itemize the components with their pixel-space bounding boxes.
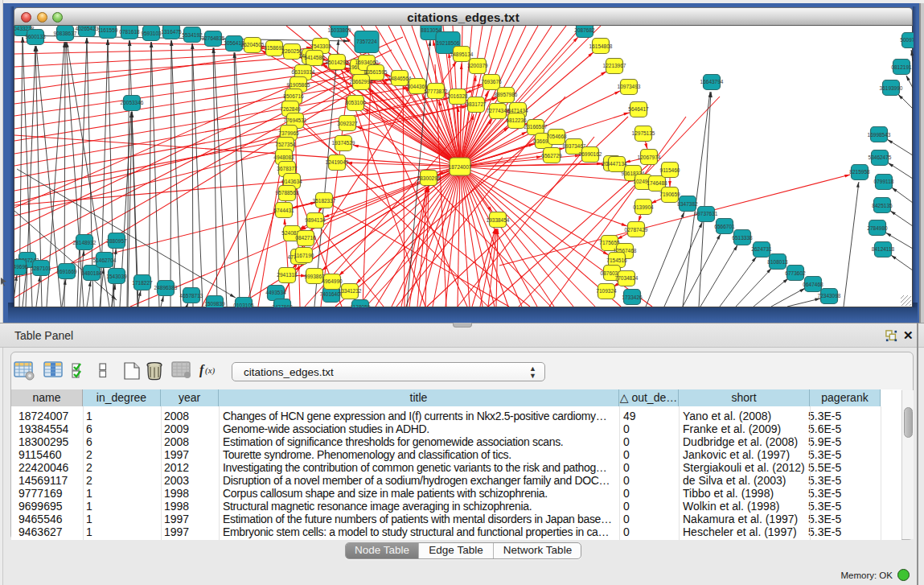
svg-text:5534192: 5534192 <box>182 32 203 38</box>
svg-text:5009788: 5009788 <box>900 37 914 43</box>
svg-text:7190659: 7190659 <box>659 192 680 197</box>
svg-text:8053100: 8053100 <box>345 100 366 105</box>
svg-text:18300295: 18300295 <box>417 175 441 181</box>
svg-text:f: f <box>199 363 205 377</box>
svg-text:9600133: 9600133 <box>25 34 46 39</box>
svg-text:1543039: 1543039 <box>106 274 127 279</box>
svg-text:14846564: 14846564 <box>388 76 412 81</box>
svg-text:12419049: 12419049 <box>326 159 349 165</box>
svg-text:9894134: 9894134 <box>305 217 326 223</box>
svg-text:3092327: 3092327 <box>337 121 358 126</box>
svg-text:1161559: 1161559 <box>98 27 118 33</box>
svg-text:72343098: 72343098 <box>818 293 841 299</box>
svg-text:0139904: 0139904 <box>633 204 654 210</box>
svg-text:2784980: 2784980 <box>867 225 888 231</box>
svg-text:06990162: 06990162 <box>579 151 602 157</box>
svg-text:77694531: 77694531 <box>284 117 307 123</box>
svg-text:14895134: 14895134 <box>450 51 474 57</box>
svg-text:91905865: 91905865 <box>287 82 310 88</box>
svg-text:46578713: 46578713 <box>180 293 203 299</box>
svg-text:18724007: 18724007 <box>449 164 472 170</box>
svg-text:8215958: 8215958 <box>849 169 870 175</box>
svg-text:0812191: 0812191 <box>891 64 912 70</box>
svg-text:19374529: 19374529 <box>332 140 355 146</box>
svg-text:40265423: 40265423 <box>76 26 99 31</box>
svg-text:12213967: 12213967 <box>603 63 626 68</box>
svg-text:8480184: 8480184 <box>81 270 102 276</box>
svg-text:2427868: 2427868 <box>272 304 293 307</box>
svg-text:16033809: 16033809 <box>328 27 351 33</box>
svg-text:1509839: 1509839 <box>204 301 225 307</box>
svg-text:7154516: 7154516 <box>606 257 627 263</box>
svg-text:3200379: 3200379 <box>467 63 488 68</box>
svg-text:23166587: 23166587 <box>524 124 548 130</box>
svg-text:7527354: 7527354 <box>275 142 296 147</box>
svg-text:5646417: 5646417 <box>628 106 649 112</box>
svg-text:5812236: 5812236 <box>506 117 527 123</box>
svg-text:20053346: 20053346 <box>121 100 144 105</box>
svg-text:9115460: 9115460 <box>660 167 680 173</box>
svg-text:0799118: 0799118 <box>874 179 894 184</box>
svg-text:84124118: 84124118 <box>872 246 895 252</box>
svg-text:0143634: 0143634 <box>281 179 302 184</box>
svg-text:13341232: 13341232 <box>339 288 362 294</box>
svg-text:3287101: 3287101 <box>31 266 51 271</box>
svg-text:83561595: 83561595 <box>364 69 388 75</box>
svg-text:2087682: 2087682 <box>574 27 595 33</box>
svg-text:8108013: 8108013 <box>767 259 788 265</box>
svg-text:66319314: 66319314 <box>292 69 315 75</box>
svg-text:7379965: 7379965 <box>278 130 299 136</box>
svg-text:23662994: 23662994 <box>350 79 373 84</box>
svg-text:28148932: 28148932 <box>73 240 97 245</box>
svg-text:8506716: 8506716 <box>283 93 304 99</box>
svg-text:7357224: 7357224 <box>356 39 377 44</box>
svg-text:72774348: 72774348 <box>487 108 510 113</box>
svg-text:26204505: 26204505 <box>241 42 265 47</box>
svg-text:24896383: 24896383 <box>154 285 178 290</box>
svg-text:10973493: 10973493 <box>618 84 641 89</box>
svg-text:7543303: 7543303 <box>310 43 331 49</box>
svg-text:7693676: 7693676 <box>481 79 502 84</box>
svg-text:85014294: 85014294 <box>326 60 349 65</box>
svg-text:3447134: 3447134 <box>606 161 627 167</box>
svg-text:0842710: 0842710 <box>295 235 316 241</box>
svg-text:2016328: 2016328 <box>447 93 468 99</box>
svg-text:9593103: 9593103 <box>141 31 162 36</box>
svg-text:1746488: 1746488 <box>647 180 667 186</box>
svg-text:1733426: 1733426 <box>622 295 643 300</box>
svg-text:6562729: 6562729 <box>541 153 562 159</box>
svg-text:0647468: 0647468 <box>803 282 823 287</box>
svg-text:88957986: 88957986 <box>495 92 518 97</box>
svg-text:16154808: 16154808 <box>589 43 613 49</box>
svg-text:57773872: 57773872 <box>425 89 448 94</box>
svg-text:8347382: 8347382 <box>677 201 698 207</box>
svg-text:5414586: 5414586 <box>304 55 325 60</box>
svg-text:2691669: 2691669 <box>56 269 77 274</box>
svg-text:0831727: 0831727 <box>466 101 487 107</box>
svg-text:1128059: 1128059 <box>351 304 371 307</box>
svg-text:6773602: 6773602 <box>785 270 806 276</box>
svg-text:3678377: 3678377 <box>277 166 298 171</box>
svg-text:2941318: 2941318 <box>277 272 298 278</box>
svg-text:7109324: 7109324 <box>596 288 617 294</box>
svg-text:19338454: 19338454 <box>487 217 510 223</box>
svg-text:12067974: 12067974 <box>638 154 661 160</box>
svg-text:77034824: 77034824 <box>615 275 639 281</box>
svg-text:90838637: 90838637 <box>54 31 77 36</box>
svg-text:12975135: 12975135 <box>632 130 655 136</box>
svg-text:02787429: 02787429 <box>625 227 648 233</box>
svg-text:5744431: 5744431 <box>273 208 294 213</box>
svg-text:19218506: 19218506 <box>437 40 460 46</box>
svg-text:8425135: 8425135 <box>872 203 893 208</box>
svg-text:53462475: 53462475 <box>869 154 892 160</box>
svg-text:35182337: 35182337 <box>313 198 336 204</box>
svg-text:32764835: 32764835 <box>202 35 225 41</box>
svg-text:6566701: 6566701 <box>714 224 735 229</box>
svg-text:51462704: 51462704 <box>93 257 117 263</box>
svg-text:2880957: 2880957 <box>106 238 127 244</box>
svg-text:7262849: 7262849 <box>280 106 301 112</box>
svg-text:7054668: 7054668 <box>546 134 567 139</box>
svg-text:6513338: 6513338 <box>732 235 753 241</box>
svg-text:2624731: 2624731 <box>751 246 772 252</box>
svg-text:(x): (x) <box>205 365 216 376</box>
